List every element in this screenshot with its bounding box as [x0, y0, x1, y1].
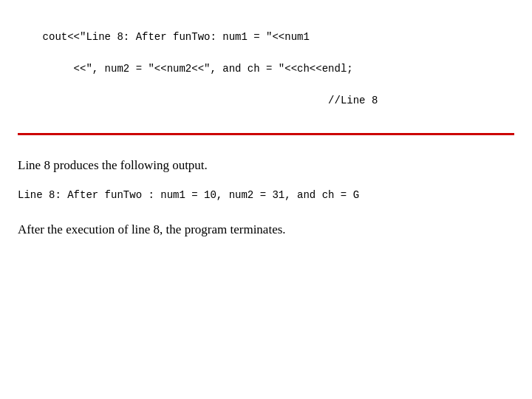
code-line-3: //Line 8: [43, 95, 378, 106]
code-line-1: cout<<"Line 8: After funTwo: num1 = "<<n…: [43, 31, 310, 43]
prose-line-2: After the execution of line 8, the progr…: [18, 220, 514, 239]
prose-line-1: Line 8 produces the following output.: [18, 156, 514, 175]
red-divider: [18, 133, 514, 135]
code-block: cout<<"Line 8: After funTwo: num1 = "<<n…: [18, 13, 514, 126]
output-line: Line 8: After funTwo : num1 = 10, num2 =…: [18, 188, 514, 204]
page-container: cout<<"Line 8: After funTwo: num1 = "<<n…: [0, 0, 532, 399]
code-line-2: <<", num2 = "<<num2<<", and ch = "<<ch<<…: [43, 63, 353, 75]
